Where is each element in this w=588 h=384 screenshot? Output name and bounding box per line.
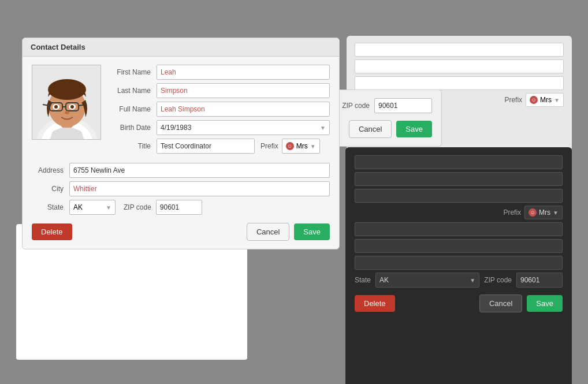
zip-label: ZIP code xyxy=(124,203,151,211)
address-label: Address xyxy=(32,166,69,174)
address-row: Address xyxy=(32,163,330,178)
full-name-label: Full Name xyxy=(110,105,157,113)
dark-input-3 xyxy=(355,189,563,203)
birth-date-value: 4/19/1983 xyxy=(161,124,191,132)
bg-input-3 xyxy=(355,76,564,90)
bg-dark-panel: Prefix ☺ Mrs ▼ State AK ▼ ZIP code Delet… xyxy=(345,147,572,384)
prefix-person-icon: ☺ xyxy=(286,142,294,150)
dark-person-icon: ☺ xyxy=(529,208,537,217)
mid-zip-input[interactable] xyxy=(374,98,432,113)
mid-zip-label: ZIP code xyxy=(342,102,370,110)
city-label: City xyxy=(32,185,69,193)
dark-zip-input[interactable] xyxy=(516,273,563,288)
state-select[interactable]: AK ▼ xyxy=(69,200,116,215)
dark-delete-button[interactable]: Delete xyxy=(355,295,395,312)
bg-person-icon: ☺ xyxy=(530,96,538,104)
dark-state-label: State xyxy=(355,276,371,284)
title-row: Title Prefix ☺ Mrs ▼ xyxy=(110,139,330,154)
dark-input-2 xyxy=(355,172,563,186)
birth-date-label: Birth Date xyxy=(110,124,157,132)
birth-date-input[interactable]: 4/19/1983 ▼ xyxy=(157,120,330,135)
city-row: City xyxy=(32,181,330,196)
dark-input-6 xyxy=(355,256,563,270)
dark-input-1 xyxy=(355,155,563,169)
dark-zip-label: ZIP code xyxy=(484,276,512,284)
title-input[interactable] xyxy=(157,139,255,154)
state-arrow-icon: ▼ xyxy=(106,204,111,211)
dark-input-5 xyxy=(355,239,563,253)
bg-prefix-arrow-icon: ▼ xyxy=(554,97,560,103)
first-name-row: First Name xyxy=(110,65,330,80)
svg-point-14 xyxy=(70,105,74,109)
city-input[interactable] xyxy=(69,181,330,196)
save-button[interactable]: Save xyxy=(294,223,330,240)
contact-details-dialog: Contact Details xyxy=(22,38,340,249)
dark-prefix-select[interactable]: ☺ Mrs ▼ xyxy=(524,206,563,219)
first-name-label: First Name xyxy=(110,68,157,76)
bg-input-1 xyxy=(355,43,564,57)
dark-state-select[interactable]: AK ▼ xyxy=(375,273,479,288)
prefix-label: Prefix xyxy=(260,142,278,150)
contact-avatar xyxy=(32,65,101,140)
dark-input-4 xyxy=(355,222,563,236)
bg-input-2 xyxy=(355,59,564,73)
dark-state-arrow-icon: ▼ xyxy=(470,277,475,284)
last-name-row: Last Name xyxy=(110,83,330,98)
prefix-select[interactable]: ☺ Mrs ▼ xyxy=(282,139,320,154)
full-name-input[interactable] xyxy=(157,102,330,117)
birth-date-row: Birth Date 4/19/1983 ▼ xyxy=(110,120,330,135)
first-name-input[interactable] xyxy=(157,65,330,80)
mid-save-button[interactable]: Save xyxy=(396,121,432,137)
dark-prefix-arrow-icon: ▼ xyxy=(553,210,559,216)
bg-prefix-label: Prefix xyxy=(504,96,522,104)
cancel-button[interactable]: Cancel xyxy=(247,223,289,241)
dark-save-button[interactable]: Save xyxy=(527,295,563,312)
button-row: Delete Cancel Save xyxy=(32,223,330,241)
svg-point-15 xyxy=(65,111,69,114)
svg-point-13 xyxy=(54,105,58,109)
zip-input[interactable] xyxy=(156,200,202,215)
last-name-input[interactable] xyxy=(157,83,330,98)
delete-button[interactable]: Delete xyxy=(32,223,72,240)
birth-date-arrow-icon: ▼ xyxy=(320,125,326,131)
bg-prefix-value: Mrs xyxy=(540,96,552,104)
mid-cancel-button[interactable]: Cancel xyxy=(349,120,392,138)
address-input[interactable] xyxy=(69,163,330,178)
dark-state-value: AK xyxy=(379,276,389,284)
dark-prefix-value: Mrs xyxy=(539,208,550,217)
prefix-value: Mrs xyxy=(296,142,308,150)
dark-prefix-label: Prefix xyxy=(503,208,521,217)
title-label: Title xyxy=(110,142,157,150)
bg-prefix-select[interactable]: ☺ Mrs ▼ xyxy=(526,93,564,107)
dark-cancel-button[interactable]: Cancel xyxy=(479,294,522,312)
state-value: AK xyxy=(73,203,83,211)
state-label: State xyxy=(32,203,69,211)
last-name-label: Last Name xyxy=(110,87,157,95)
prefix-arrow-icon: ▼ xyxy=(310,143,316,150)
full-name-row: Full Name xyxy=(110,102,330,117)
dialog-title: Contact Details xyxy=(23,38,339,57)
state-zip-row: State AK ▼ ZIP code xyxy=(32,200,330,215)
